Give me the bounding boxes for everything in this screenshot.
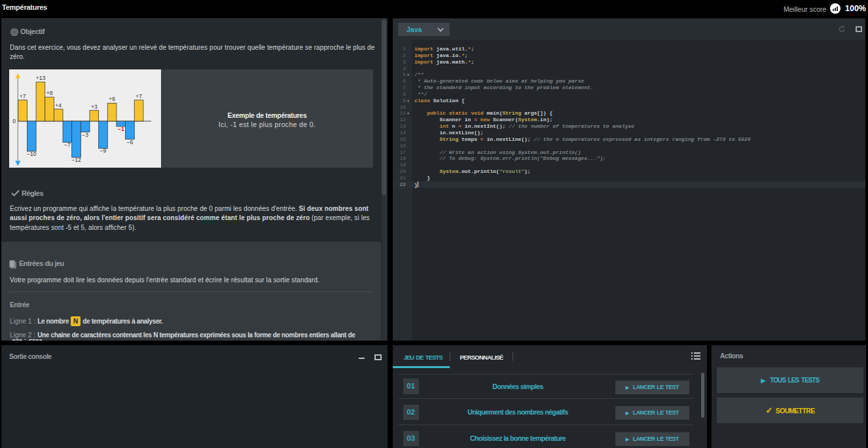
svg-text:+7: +7 [136,93,142,100]
svg-text:+8: +8 [46,90,53,96]
svg-text:−12: −12 [71,157,81,163]
svg-text:+7: +7 [20,93,26,100]
svg-text:+4: +4 [55,102,62,109]
svg-text:−1: −1 [118,126,124,132]
svg-text:+3: +3 [91,103,98,110]
svg-text:+13: +13 [36,75,46,81]
svg-text:−3: −3 [82,132,88,138]
svg-text:−6: −6 [127,139,134,145]
svg-text:−7: −7 [64,141,71,148]
svg-text:0: 0 [12,118,16,124]
svg-text:−9: −9 [100,147,107,154]
svg-text:−10: −10 [27,151,37,157]
svg-text:+6: +6 [109,96,115,102]
